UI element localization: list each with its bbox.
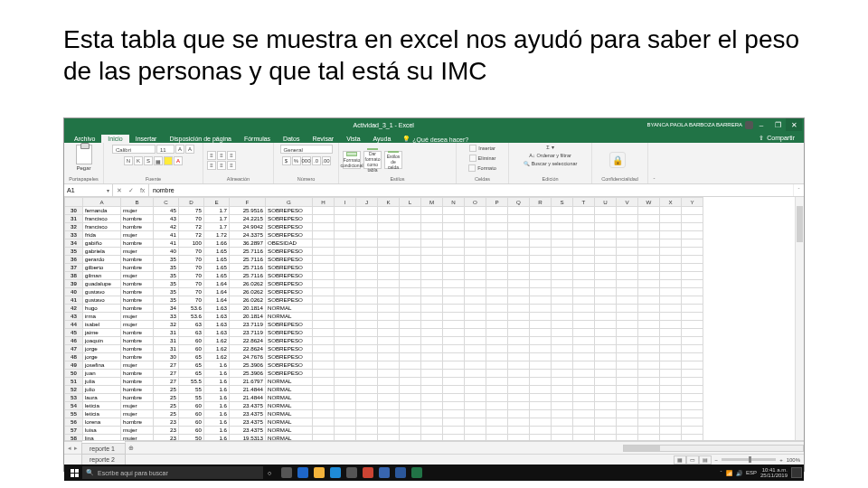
delete-cells-button[interactable]: Eliminar [469, 155, 496, 162]
cell[interactable]: 70 [179, 256, 204, 264]
cell[interactable]: 21.6797 [230, 378, 266, 386]
zoom-level[interactable]: 100% [787, 457, 800, 463]
cell[interactable] [617, 223, 638, 231]
cell[interactable] [638, 435, 660, 442]
cell[interactable] [465, 223, 486, 231]
cell[interactable]: SOBREPESO [266, 361, 313, 370]
row-header[interactable]: 40 [65, 288, 83, 296]
cell[interactable] [400, 248, 421, 256]
cell[interactable]: 25 [154, 394, 179, 402]
cell[interactable] [682, 337, 703, 345]
cell[interactable] [443, 215, 465, 223]
cell[interactable]: 27 [154, 361, 179, 370]
cell[interactable] [421, 337, 443, 345]
cell[interactable] [335, 207, 356, 215]
cell[interactable] [443, 427, 465, 435]
row-header[interactable]: 49 [65, 361, 83, 370]
cell[interactable]: mujer [121, 361, 154, 370]
cell[interactable] [443, 288, 465, 296]
cell[interactable]: guadalupe [83, 280, 121, 288]
cell[interactable] [378, 207, 400, 215]
cell[interactable] [617, 337, 638, 345]
cell[interactable] [356, 296, 378, 305]
font-name-select[interactable]: Calibri [112, 145, 156, 154]
cell[interactable] [400, 215, 421, 223]
cell[interactable]: NORMAL [266, 386, 313, 394]
cell[interactable] [313, 361, 335, 370]
cell[interactable] [400, 305, 421, 313]
cell[interactable] [508, 288, 530, 296]
cell[interactable] [421, 296, 443, 305]
cell[interactable]: 45 [154, 207, 179, 215]
cell[interactable] [595, 288, 617, 296]
cell[interactable] [378, 256, 400, 264]
cell[interactable]: jorge [83, 345, 121, 353]
cell[interactable]: SOBREPESO [266, 370, 313, 378]
cell[interactable]: 1.62 [204, 353, 230, 361]
comma-button[interactable]: 000 [302, 156, 311, 165]
cell[interactable] [378, 329, 400, 337]
cell[interactable] [400, 410, 421, 418]
row-header[interactable]: 56 [65, 418, 83, 427]
cell[interactable] [486, 329, 508, 337]
row-header[interactable]: 38 [65, 272, 83, 280]
cell[interactable] [617, 207, 638, 215]
cell[interactable] [486, 337, 508, 345]
cell[interactable]: 35 [154, 272, 179, 280]
font-color-button[interactable]: A [174, 156, 183, 165]
italic-button[interactable]: K [134, 156, 143, 165]
excel-icon[interactable] [411, 467, 422, 478]
number-format-select[interactable]: General [280, 145, 333, 154]
cell[interactable] [638, 394, 660, 402]
cell[interactable] [530, 313, 552, 321]
cell[interactable] [682, 353, 703, 361]
cell[interactable] [552, 361, 573, 370]
cell[interactable]: francisco [83, 215, 121, 223]
find-select-button[interactable]: 🔍Buscar y seleccionar [524, 161, 578, 166]
cell[interactable]: 1.63 [204, 329, 230, 337]
cell[interactable] [335, 215, 356, 223]
cell[interactable] [443, 207, 465, 215]
cell[interactable] [356, 410, 378, 418]
cell[interactable]: leticia [83, 402, 121, 410]
cell[interactable] [595, 305, 617, 313]
cell[interactable] [682, 239, 703, 248]
cell[interactable]: hugo [83, 305, 121, 313]
row-header[interactable]: 51 [65, 378, 83, 386]
cell[interactable]: 31 [154, 345, 179, 353]
cell[interactable]: hombre [121, 394, 154, 402]
cell[interactable] [508, 337, 530, 345]
cell[interactable] [552, 256, 573, 264]
cell[interactable] [508, 296, 530, 305]
cell[interactable]: 1.65 [204, 256, 230, 264]
cell[interactable]: 1.6 [204, 394, 230, 402]
cell[interactable] [313, 402, 335, 410]
zoom-slider[interactable] [722, 458, 776, 461]
cell[interactable] [552, 353, 573, 361]
cell[interactable] [443, 418, 465, 427]
cell[interactable] [313, 231, 335, 239]
cell[interactable] [313, 386, 335, 394]
cell[interactable] [486, 239, 508, 248]
cell[interactable] [660, 427, 682, 435]
cell[interactable] [660, 288, 682, 296]
cell[interactable] [552, 378, 573, 386]
cell[interactable] [617, 353, 638, 361]
column-header[interactable]: Y [682, 198, 703, 207]
taskview-icon[interactable] [281, 467, 292, 478]
cell[interactable] [335, 378, 356, 386]
cell[interactable] [335, 353, 356, 361]
cell[interactable] [313, 321, 335, 329]
cell[interactable] [552, 329, 573, 337]
zoom-in-button[interactable]: + [779, 457, 783, 463]
cell[interactable] [508, 378, 530, 386]
cell[interactable] [465, 386, 486, 394]
cell[interactable] [682, 402, 703, 410]
cell[interactable] [378, 435, 400, 442]
cell[interactable]: 33 [154, 313, 179, 321]
cell[interactable] [443, 394, 465, 402]
cell[interactable]: 1.6 [204, 435, 230, 442]
cell[interactable]: francisco [83, 223, 121, 231]
cell[interactable] [552, 337, 573, 345]
cell[interactable] [443, 345, 465, 353]
